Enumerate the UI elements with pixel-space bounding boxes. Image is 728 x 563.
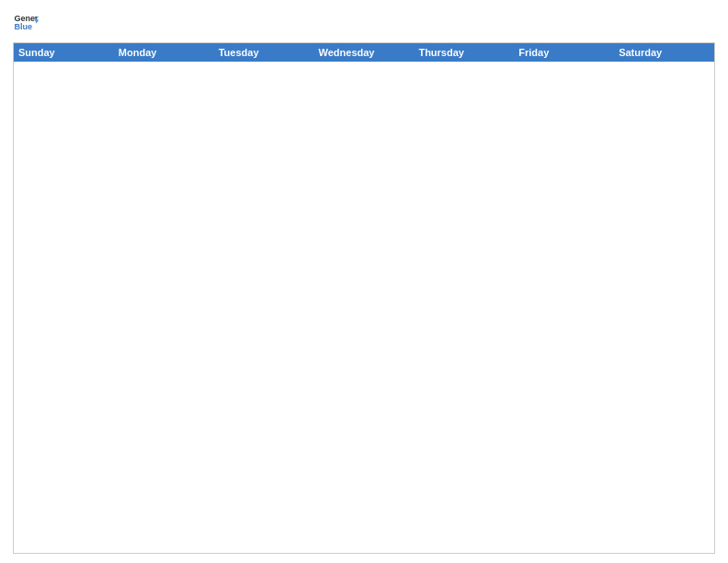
header-day-thursday: Thursday [414, 43, 514, 62]
logo: General Blue [13, 9, 42, 35]
calendar-body [14, 62, 714, 553]
page: General Blue SundayMondayTuesdayWednesda… [0, 0, 728, 563]
header-day-tuesday: Tuesday [214, 43, 314, 62]
header-day-wednesday: Wednesday [314, 43, 415, 62]
header-day-sunday: Sunday [14, 43, 114, 62]
calendar-header: SundayMondayTuesdayWednesdayThursdayFrid… [14, 43, 714, 62]
header-day-monday: Monday [114, 43, 214, 62]
logo-icon: General Blue [13, 9, 39, 35]
header-day-friday: Friday [514, 43, 614, 62]
svg-text:Blue: Blue [14, 22, 32, 31]
header: General Blue [13, 9, 715, 35]
calendar: SundayMondayTuesdayWednesdayThursdayFrid… [13, 42, 715, 554]
header-day-saturday: Saturday [614, 43, 714, 62]
